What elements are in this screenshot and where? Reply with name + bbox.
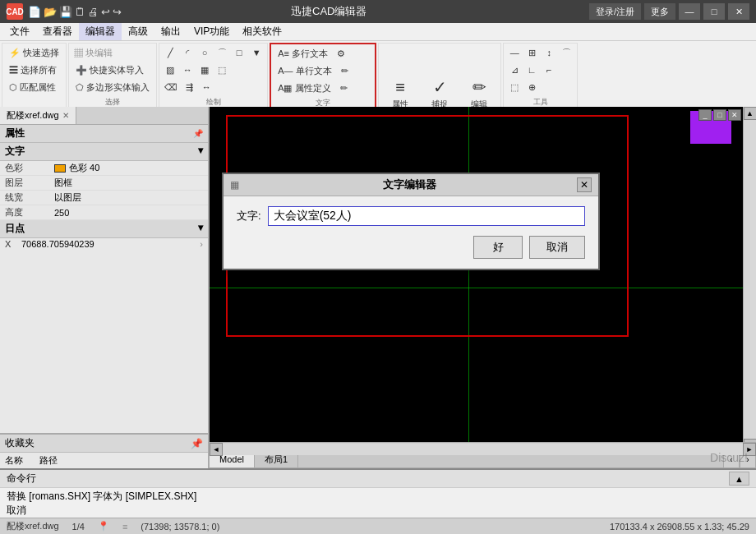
app-title: 迅捷CAD编辑器 (291, 4, 366, 19)
dialog-close-button[interactable]: ✕ (577, 177, 592, 192)
dialog-ok-button[interactable]: 好 (473, 236, 523, 259)
print-icon[interactable]: 🖨 (88, 6, 99, 18)
redo-icon[interactable]: ↪ (113, 6, 122, 18)
command-header: 命令行 ▲ (0, 470, 756, 488)
singleline-text-extra-btn[interactable]: ✏ (337, 62, 353, 79)
menu-advanced[interactable]: 高级 (122, 23, 154, 40)
menu-vip[interactable]: VIP功能 (187, 23, 236, 40)
dialog-text-input[interactable] (268, 206, 585, 226)
toolbar-row: — ⊞ ↕ ⌒ (506, 44, 574, 61)
draw-dim-btn[interactable]: ↔ (179, 62, 196, 78)
draw-poly-btn[interactable]: ⌒ (214, 44, 230, 61)
quick-select-btn[interactable]: ⚡ 快速选择 (5, 44, 63, 61)
right-scrollbar: ▲ ▼ (743, 107, 756, 452)
tool2-btn[interactable]: ⊞ (523, 44, 540, 61)
attr-define-btn[interactable]: A▦ 属性定义 (274, 80, 334, 96)
scroll-track-h[interactable] (223, 444, 743, 455)
block-edit-btn[interactable]: ▦ 块编辑 (71, 44, 115, 61)
open-icon[interactable]: 📂 (44, 6, 57, 18)
tool3-btn[interactable]: ↕ (541, 44, 557, 61)
draw-arc-btn[interactable]: ◜ (179, 44, 196, 61)
multiline-text-extra-btn[interactable]: ⚙ (333, 45, 349, 62)
undo-icon[interactable]: ↩ (101, 6, 110, 18)
minimize-button[interactable]: — (679, 3, 700, 20)
draw-line-btn[interactable]: ╱ (162, 44, 178, 61)
prop-row-color: 色彩 色彩 40 (0, 161, 208, 176)
tool5-btn[interactable]: ⊿ (506, 62, 523, 78)
draw-hatch-btn[interactable]: ▨ (162, 62, 178, 78)
dialog-cancel-button[interactable]: 取消 (529, 236, 585, 259)
saveas-icon[interactable]: 🗒 (75, 6, 85, 18)
attr-define-extra-btn[interactable]: ✏ (336, 80, 353, 96)
file-tab[interactable]: 配楼xref.dwg ✕ (0, 107, 76, 124)
toolbar-row: ⬡ 匹配属性 (5, 79, 63, 95)
draw-block-btn[interactable]: ⬚ (214, 62, 230, 78)
maximize-button[interactable]: □ (703, 3, 725, 20)
toolbar-row: ⬚ ⊕ (506, 79, 574, 95)
dialog-text-label: 文字: (237, 209, 261, 223)
save-icon[interactable]: 💾 (59, 6, 72, 18)
singleline-text-btn[interactable]: A— 单行文本 (274, 62, 335, 79)
canvas-area[interactable]: 大会议室(52人) _ □ ✕ (210, 107, 756, 468)
tool8-btn[interactable]: ⬚ (506, 79, 523, 95)
scroll-up-btn[interactable]: ▲ (744, 107, 757, 120)
tool7-btn[interactable]: ⌐ (541, 62, 557, 78)
canvas-minimize-btn[interactable]: _ (698, 109, 712, 121)
canvas-close-btn[interactable]: ✕ (728, 109, 741, 121)
tool4-btn[interactable]: ⌒ (558, 44, 574, 61)
draw-erase-btn[interactable]: ⌫ (162, 79, 180, 95)
quick-import-btn[interactable]: ➕ 快捷实体导入 (71, 62, 148, 78)
collect-panel: 收藏夹 📌 名称 路径 (0, 433, 208, 468)
polygon-input-btn[interactable]: ⬠ 多边形实体输入 (71, 79, 154, 95)
tab-close-icon[interactable]: ✕ (62, 111, 69, 120)
draw-rect-btn[interactable]: □ (231, 44, 247, 61)
color-value: 色彩 40 (69, 162, 99, 174)
props-pin-icon[interactable]: 📌 (193, 129, 203, 138)
new-icon[interactable]: 📄 (28, 6, 41, 18)
scroll-track-v[interactable] (744, 120, 756, 439)
group-label (5, 96, 63, 97)
login-button[interactable]: 登录/注册 (589, 3, 641, 20)
toolbar-row: A≡ 多行文本 ⚙ (274, 45, 372, 62)
menu-editor[interactable]: 编辑器 (79, 23, 122, 40)
draw-table-btn[interactable]: ▦ (196, 62, 213, 78)
draw-more-btn[interactable]: ▼ (248, 44, 265, 61)
menu-output[interactable]: 输出 (154, 23, 187, 40)
prop-row-x: X 70688.705940239 › (0, 238, 208, 250)
toolbar-row: ⊿ ∟ ⌐ (506, 62, 574, 78)
tool9-btn[interactable]: ⊕ (523, 79, 540, 95)
props-header: 属性 📌 (0, 125, 208, 143)
multiline-text-btn[interactable]: A≡ 多行文本 (274, 45, 332, 62)
draw-circle-btn[interactable]: ○ (196, 44, 213, 61)
tool1-btn[interactable]: — (506, 44, 523, 61)
command-log-line2: 取消 (7, 504, 749, 518)
status-page: 1/4 (72, 522, 85, 532)
menu-related[interactable]: 相关软件 (236, 23, 288, 40)
toolbar-row: ▨ ↔ ▦ ⬚ (162, 62, 265, 78)
scroll-right-h-btn[interactable]: ► (743, 443, 756, 456)
menu-file[interactable]: 文件 (3, 23, 36, 40)
menu-view[interactable]: 查看器 (36, 23, 79, 40)
close-button[interactable]: ✕ (728, 3, 749, 20)
dialog-icon: ▦ (230, 179, 239, 191)
linewidth-value: 以图层 (54, 191, 203, 204)
height-value: 250 (54, 208, 203, 218)
canvas-restore-btn[interactable]: □ (713, 109, 726, 121)
status-filename: 配楼xref.dwg (7, 520, 59, 532)
draw-offset-btn[interactable]: ⇶ (181, 79, 197, 95)
more-button[interactable]: 更多 (644, 3, 675, 20)
match-props-btn[interactable]: ⬡ 匹配属性 (5, 79, 62, 95)
command-expand-btn[interactable]: ▲ (729, 472, 749, 486)
menubar: 文件 查看器 编辑器 高级 输出 VIP功能 相关软件 (0, 23, 756, 41)
tool6-btn[interactable]: ∟ (523, 62, 540, 78)
select-all-btn[interactable]: ☰ 选择所有 (5, 62, 62, 78)
section-collapse-icon[interactable]: ▾ (198, 145, 203, 159)
section-collapse-icon2[interactable]: ▾ (198, 222, 203, 236)
status-info: 170133.4 x 26908.55 x 1.33; 45.29 (610, 522, 749, 532)
collect-pin-icon[interactable]: 📌 (191, 438, 203, 449)
titlebar: CAD 📄 📂 💾 🗒 🖨 ↩ ↪ 迅捷CAD编辑器 登录/注册 更多 — □ … (0, 0, 756, 23)
scroll-left-h-btn[interactable]: ◄ (210, 443, 223, 456)
prop-row-linewidth: 线宽 以图层 (0, 191, 208, 205)
draw-mirror-btn[interactable]: ↔ (198, 79, 214, 95)
command-log: 替换 [romans.SHX] 字体为 [SIMPLEX.SHX] 取消 (0, 488, 756, 518)
